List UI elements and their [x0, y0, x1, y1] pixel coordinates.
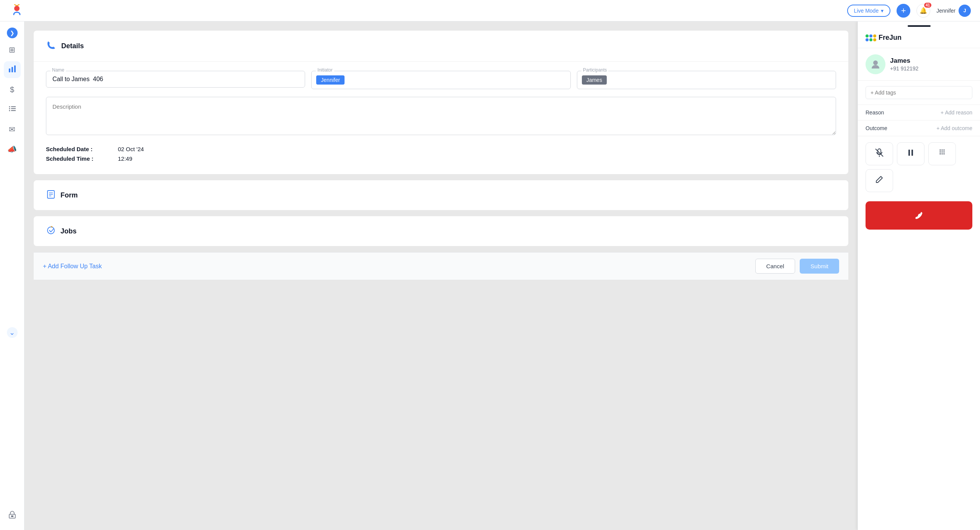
frejun-logo: FreJun — [866, 34, 902, 42]
outcome-row: Outcome + Add outcome — [858, 121, 980, 136]
sidebar-item-store[interactable] — [4, 507, 21, 524]
svg-rect-5 — [14, 65, 16, 72]
description-textarea[interactable] — [46, 97, 836, 135]
bottom-actions: Cancel Submit — [755, 259, 839, 274]
name-field-group: Name — [46, 71, 305, 89]
sidebar-item-more[interactable]: ⌄ — [4, 324, 21, 341]
name-input[interactable] — [46, 71, 305, 88]
svg-point-10 — [9, 110, 10, 111]
tags-input[interactable] — [866, 86, 972, 99]
user-menu[interactable]: Jennifer J — [936, 5, 971, 17]
phone-icon — [46, 40, 57, 52]
initiator-label: Initiator — [316, 67, 334, 73]
end-call-icon — [913, 208, 925, 223]
date-info: Scheduled Date : 02 Oct '24 Scheduled Ti… — [46, 146, 836, 162]
call-controls — [858, 136, 980, 198]
dot-1 — [866, 34, 869, 38]
submit-label: Submit — [810, 263, 828, 269]
cancel-label: Cancel — [766, 263, 784, 269]
form-title: Form — [60, 191, 78, 199]
svg-point-25 — [942, 150, 943, 151]
svg-point-32 — [944, 153, 945, 155]
scheduled-date-label: Scheduled Date : — [46, 146, 115, 152]
chart-icon — [8, 65, 16, 75]
pause-icon — [906, 148, 915, 160]
svg-rect-23 — [911, 150, 913, 156]
participants-label: Participants — [581, 67, 609, 73]
initiator-field[interactable]: Jennifer — [311, 71, 570, 89]
participants-field-group: Participants James — [577, 71, 836, 89]
contact-phone: +91 912192 — [890, 65, 918, 72]
app-logo — [9, 3, 24, 18]
sidebar-item-dashboard[interactable]: ⊞ — [4, 41, 21, 58]
svg-point-26 — [944, 150, 945, 151]
dialpad-button[interactable] — [928, 142, 956, 165]
sidebar-item-tasks[interactable] — [4, 101, 21, 118]
end-call-button[interactable] — [866, 201, 972, 230]
bottom-bar: + Add Follow Up Task Cancel Submit — [34, 252, 848, 280]
edit-button[interactable] — [866, 169, 893, 192]
scheduled-date-value: 02 Oct '24 — [118, 146, 144, 152]
reason-row: Reason + Add reason — [858, 105, 980, 121]
name-initiator-row: Name Initiator Jennifer Participants Jam… — [46, 71, 836, 89]
notification-button[interactable]: 🔔 41 — [916, 4, 930, 18]
user-avatar: J — [959, 5, 971, 17]
frejun-panel: FreJun James +91 912192 Reason + Add rea… — [858, 21, 980, 530]
pause-button[interactable] — [897, 142, 924, 165]
main-content: Details Name Initiator Jennifer P — [24, 21, 858, 530]
details-title: Details — [61, 42, 84, 50]
chevron-down-icon: ⌄ — [7, 327, 18, 338]
contact-details: James +91 912192 — [890, 57, 918, 72]
live-mode-button[interactable]: Live Mode ▾ — [847, 5, 891, 17]
notification-badge: 41 — [924, 3, 931, 8]
contact-name: James — [890, 57, 918, 65]
details-header: Details — [34, 31, 848, 62]
frejun-dots — [866, 34, 876, 41]
participants-field[interactable]: James — [577, 71, 836, 89]
bell-icon: 🔔 — [920, 7, 927, 14]
initiator-chip: Jennifer — [316, 75, 345, 85]
form-card: Form — [34, 180, 848, 210]
jobs-icon — [46, 225, 56, 237]
scheduled-time-label: Scheduled Time : — [46, 155, 115, 162]
svg-line-2 — [17, 5, 19, 6]
sidebar-item-billing[interactable]: $ — [4, 81, 21, 98]
sidebar-expand-button[interactable]: ❯ — [7, 28, 18, 38]
svg-point-30 — [940, 153, 941, 155]
mute-button[interactable] — [866, 142, 893, 165]
chevron-right-icon: ❯ — [10, 30, 15, 36]
jobs-header: Jobs — [34, 216, 848, 246]
sidebar-item-campaigns[interactable]: 📣 — [4, 141, 21, 158]
svg-point-24 — [940, 150, 941, 151]
plus-icon: + — [901, 6, 906, 16]
contact-area: James +91 912192 — [858, 48, 980, 81]
live-mode-label: Live Mode — [854, 8, 879, 14]
cancel-button[interactable]: Cancel — [755, 259, 795, 274]
nav-right: Live Mode ▾ + 🔔 41 Jennifer J — [847, 4, 971, 18]
contact-avatar — [866, 54, 885, 74]
dot-5 — [869, 38, 872, 41]
app-body: ❯ ⊞ $ — [0, 21, 980, 530]
sidebar-item-messages[interactable]: ✉ — [4, 121, 21, 138]
top-navigation: Live Mode ▾ + 🔔 41 Jennifer J — [0, 0, 980, 21]
outcome-action[interactable]: + Add outcome — [936, 125, 972, 131]
svg-point-29 — [944, 152, 945, 153]
svg-line-1 — [15, 5, 17, 6]
add-follow-up-label: + Add Follow Up Task — [43, 263, 102, 269]
svg-point-27 — [940, 152, 941, 153]
svg-point-6 — [9, 106, 10, 107]
svg-rect-3 — [9, 68, 10, 72]
add-button[interactable]: + — [897, 4, 910, 18]
form-icon — [46, 189, 56, 201]
reason-label: Reason — [866, 109, 884, 116]
add-follow-up-button[interactable]: + Add Follow Up Task — [43, 263, 102, 270]
submit-button[interactable]: Submit — [800, 259, 839, 274]
dot-2 — [869, 34, 872, 38]
svg-point-8 — [9, 108, 10, 109]
sidebar-item-reports[interactable] — [4, 61, 21, 78]
store-icon — [8, 510, 16, 521]
mail-icon: ✉ — [9, 125, 15, 134]
participants-chip: James — [582, 75, 607, 85]
list-icon — [8, 104, 16, 115]
reason-action[interactable]: + Add reason — [941, 109, 972, 116]
